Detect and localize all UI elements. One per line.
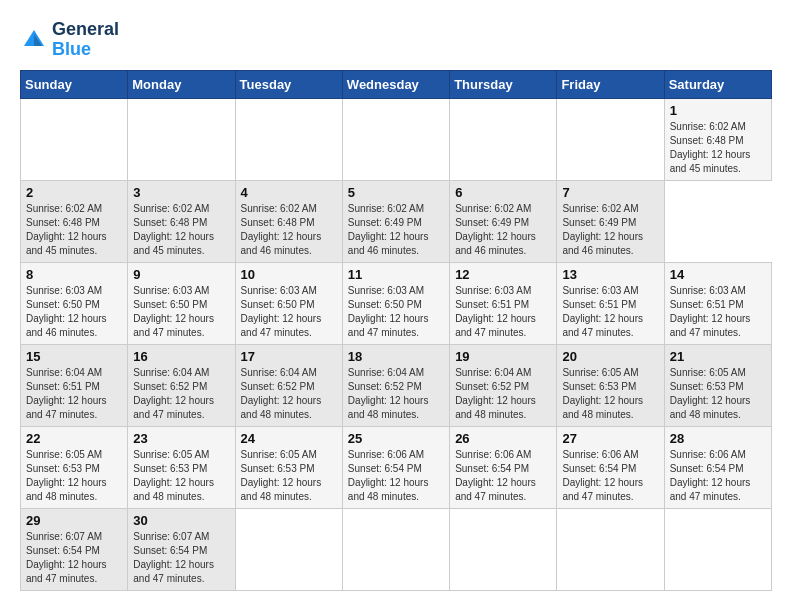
day-cell-22: 22 Sunrise: 6:05 AMSunset: 6:53 PMDaylig… xyxy=(21,426,128,508)
day-info: Sunrise: 6:05 AMSunset: 6:53 PMDaylight:… xyxy=(133,449,214,502)
day-info: Sunrise: 6:03 AMSunset: 6:51 PMDaylight:… xyxy=(670,285,751,338)
day-number: 19 xyxy=(455,349,551,364)
day-cell-18: 18 Sunrise: 6:04 AMSunset: 6:52 PMDaylig… xyxy=(342,344,449,426)
day-info: Sunrise: 6:02 AMSunset: 6:49 PMDaylight:… xyxy=(455,203,536,256)
day-cell-4: 4 Sunrise: 6:02 AMSunset: 6:48 PMDayligh… xyxy=(235,180,342,262)
day-cell-20: 20 Sunrise: 6:05 AMSunset: 6:53 PMDaylig… xyxy=(557,344,664,426)
day-number: 6 xyxy=(455,185,551,200)
day-cell-28: 28 Sunrise: 6:06 AMSunset: 6:54 PMDaylig… xyxy=(664,426,771,508)
day-header-row: SundayMondayTuesdayWednesdayThursdayFrid… xyxy=(21,70,772,98)
day-number: 3 xyxy=(133,185,229,200)
day-number: 23 xyxy=(133,431,229,446)
day-info: Sunrise: 6:03 AMSunset: 6:50 PMDaylight:… xyxy=(26,285,107,338)
day-info: Sunrise: 6:04 AMSunset: 6:51 PMDaylight:… xyxy=(26,367,107,420)
empty-cell xyxy=(342,98,449,180)
day-info: Sunrise: 6:03 AMSunset: 6:50 PMDaylight:… xyxy=(348,285,429,338)
day-info: Sunrise: 6:07 AMSunset: 6:54 PMDaylight:… xyxy=(133,531,214,584)
day-cell-6: 6 Sunrise: 6:02 AMSunset: 6:49 PMDayligh… xyxy=(450,180,557,262)
day-number: 8 xyxy=(26,267,122,282)
day-cell-17: 17 Sunrise: 6:04 AMSunset: 6:52 PMDaylig… xyxy=(235,344,342,426)
empty-cell xyxy=(21,98,128,180)
day-cell-29: 29 Sunrise: 6:07 AMSunset: 6:54 PMDaylig… xyxy=(21,508,128,590)
empty-cell xyxy=(450,98,557,180)
day-info: Sunrise: 6:03 AMSunset: 6:51 PMDaylight:… xyxy=(562,285,643,338)
day-header-tuesday: Tuesday xyxy=(235,70,342,98)
page-header: General Blue xyxy=(20,20,772,60)
day-cell-14: 14 Sunrise: 6:03 AMSunset: 6:51 PMDaylig… xyxy=(664,262,771,344)
day-number: 25 xyxy=(348,431,444,446)
day-info: Sunrise: 6:04 AMSunset: 6:52 PMDaylight:… xyxy=(348,367,429,420)
day-cell-25: 25 Sunrise: 6:06 AMSunset: 6:54 PMDaylig… xyxy=(342,426,449,508)
empty-cell xyxy=(235,508,342,590)
day-cell-16: 16 Sunrise: 6:04 AMSunset: 6:52 PMDaylig… xyxy=(128,344,235,426)
day-number: 26 xyxy=(455,431,551,446)
day-number: 2 xyxy=(26,185,122,200)
empty-cell xyxy=(557,98,664,180)
day-number: 11 xyxy=(348,267,444,282)
day-cell-11: 11 Sunrise: 6:03 AMSunset: 6:50 PMDaylig… xyxy=(342,262,449,344)
logo-icon xyxy=(20,26,48,54)
calendar-week-1: 1 Sunrise: 6:02 AMSunset: 6:48 PMDayligh… xyxy=(21,98,772,180)
day-cell-10: 10 Sunrise: 6:03 AMSunset: 6:50 PMDaylig… xyxy=(235,262,342,344)
day-info: Sunrise: 6:05 AMSunset: 6:53 PMDaylight:… xyxy=(670,367,751,420)
calendar-table: SundayMondayTuesdayWednesdayThursdayFrid… xyxy=(20,70,772,591)
day-number: 30 xyxy=(133,513,229,528)
logo: General Blue xyxy=(20,20,119,60)
logo-text: General Blue xyxy=(52,20,119,60)
day-number: 9 xyxy=(133,267,229,282)
day-number: 16 xyxy=(133,349,229,364)
day-info: Sunrise: 6:02 AMSunset: 6:49 PMDaylight:… xyxy=(562,203,643,256)
day-cell-9: 9 Sunrise: 6:03 AMSunset: 6:50 PMDayligh… xyxy=(128,262,235,344)
day-number: 17 xyxy=(241,349,337,364)
day-number: 12 xyxy=(455,267,551,282)
day-cell-12: 12 Sunrise: 6:03 AMSunset: 6:51 PMDaylig… xyxy=(450,262,557,344)
empty-cell xyxy=(557,508,664,590)
calendar-week-6: 29 Sunrise: 6:07 AMSunset: 6:54 PMDaylig… xyxy=(21,508,772,590)
day-cell-24: 24 Sunrise: 6:05 AMSunset: 6:53 PMDaylig… xyxy=(235,426,342,508)
day-info: Sunrise: 6:05 AMSunset: 6:53 PMDaylight:… xyxy=(562,367,643,420)
day-number: 21 xyxy=(670,349,766,364)
day-cell-26: 26 Sunrise: 6:06 AMSunset: 6:54 PMDaylig… xyxy=(450,426,557,508)
day-number: 10 xyxy=(241,267,337,282)
calendar-week-2: 2 Sunrise: 6:02 AMSunset: 6:48 PMDayligh… xyxy=(21,180,772,262)
day-header-monday: Monday xyxy=(128,70,235,98)
day-info: Sunrise: 6:02 AMSunset: 6:48 PMDaylight:… xyxy=(133,203,214,256)
day-info: Sunrise: 6:05 AMSunset: 6:53 PMDaylight:… xyxy=(241,449,322,502)
day-info: Sunrise: 6:05 AMSunset: 6:53 PMDaylight:… xyxy=(26,449,107,502)
day-number: 29 xyxy=(26,513,122,528)
day-cell-3: 3 Sunrise: 6:02 AMSunset: 6:48 PMDayligh… xyxy=(128,180,235,262)
day-cell-5: 5 Sunrise: 6:02 AMSunset: 6:49 PMDayligh… xyxy=(342,180,449,262)
day-cell-7: 7 Sunrise: 6:02 AMSunset: 6:49 PMDayligh… xyxy=(557,180,664,262)
day-info: Sunrise: 6:03 AMSunset: 6:50 PMDaylight:… xyxy=(241,285,322,338)
calendar-week-3: 8 Sunrise: 6:03 AMSunset: 6:50 PMDayligh… xyxy=(21,262,772,344)
day-number: 14 xyxy=(670,267,766,282)
day-number: 13 xyxy=(562,267,658,282)
day-header-sunday: Sunday xyxy=(21,70,128,98)
day-number: 5 xyxy=(348,185,444,200)
day-cell-13: 13 Sunrise: 6:03 AMSunset: 6:51 PMDaylig… xyxy=(557,262,664,344)
day-info: Sunrise: 6:02 AMSunset: 6:48 PMDaylight:… xyxy=(241,203,322,256)
day-number: 27 xyxy=(562,431,658,446)
day-number: 28 xyxy=(670,431,766,446)
day-info: Sunrise: 6:02 AMSunset: 6:48 PMDaylight:… xyxy=(670,121,751,174)
day-cell-15: 15 Sunrise: 6:04 AMSunset: 6:51 PMDaylig… xyxy=(21,344,128,426)
empty-cell xyxy=(235,98,342,180)
day-info: Sunrise: 6:06 AMSunset: 6:54 PMDaylight:… xyxy=(348,449,429,502)
day-info: Sunrise: 6:07 AMSunset: 6:54 PMDaylight:… xyxy=(26,531,107,584)
day-cell-23: 23 Sunrise: 6:05 AMSunset: 6:53 PMDaylig… xyxy=(128,426,235,508)
day-cell-19: 19 Sunrise: 6:04 AMSunset: 6:52 PMDaylig… xyxy=(450,344,557,426)
day-number: 1 xyxy=(670,103,766,118)
day-cell-27: 27 Sunrise: 6:06 AMSunset: 6:54 PMDaylig… xyxy=(557,426,664,508)
day-number: 4 xyxy=(241,185,337,200)
day-info: Sunrise: 6:02 AMSunset: 6:49 PMDaylight:… xyxy=(348,203,429,256)
day-cell-8: 8 Sunrise: 6:03 AMSunset: 6:50 PMDayligh… xyxy=(21,262,128,344)
day-number: 15 xyxy=(26,349,122,364)
day-info: Sunrise: 6:04 AMSunset: 6:52 PMDaylight:… xyxy=(241,367,322,420)
day-header-friday: Friday xyxy=(557,70,664,98)
calendar-week-4: 15 Sunrise: 6:04 AMSunset: 6:51 PMDaylig… xyxy=(21,344,772,426)
day-header-thursday: Thursday xyxy=(450,70,557,98)
day-header-wednesday: Wednesday xyxy=(342,70,449,98)
day-number: 7 xyxy=(562,185,658,200)
day-cell-2: 2 Sunrise: 6:02 AMSunset: 6:48 PMDayligh… xyxy=(21,180,128,262)
day-number: 24 xyxy=(241,431,337,446)
